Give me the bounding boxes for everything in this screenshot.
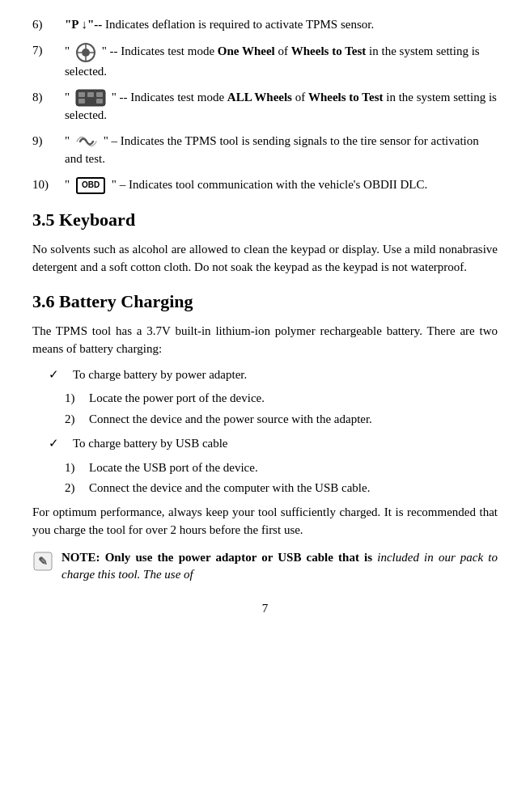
sub-item-2-2: 2) Connect the device and the computer w… (65, 480, 498, 497)
list-item-9: 9) " " – Indicates the TPMS tool is send… (32, 133, 498, 168)
list-item-6: 6) "P ↓"-- Indicates deflation is requir… (32, 16, 498, 34)
checklist-item-2: ✓ To charge battery by USB cable (49, 435, 498, 453)
item-number-9: 9) (32, 133, 65, 150)
quote-open-8: " (65, 91, 70, 104)
list-item-10: 10) " OBD " – Indicates tool communicati… (32, 176, 498, 194)
checklist-item-1: ✓ To charge battery by power adapter. (49, 366, 498, 384)
p-down-label: "P ↓"-- (65, 18, 102, 31)
sub-list-2: 1) Locate the USB port of the device. 2)… (65, 459, 498, 498)
sub-text-1-1: Locate the power port of the device. (89, 390, 265, 408)
item-7-of: of (278, 44, 291, 57)
item-10-text: – Indicates tool communication with the … (120, 178, 428, 191)
sub-number-2-2: 2) (65, 480, 89, 497)
sub-number-2-1: 1) (65, 459, 89, 477)
list-item-7: 7) " " -- Indicates test mode One Wheel … (32, 42, 498, 81)
sub-item-2-1: 1) Locate the USB port of the device. (65, 459, 498, 477)
section-35-heading: 3.5 Keyboard (32, 207, 498, 233)
item-content-8: " " -- Indicates test mode ALL Wheels of… (65, 89, 498, 125)
sub-text-2-2: Connect the device and the computer with… (89, 480, 370, 497)
optimum-paragraph: For optimum performance, always keep you… (32, 504, 498, 539)
all-wheels-icon (75, 89, 106, 107)
item-9-text: – Indicates the TPMS tool is sending sig… (65, 134, 479, 166)
section-36-heading: 3.6 Battery Charging (32, 289, 498, 315)
sub-number-1-2: 2) (65, 411, 89, 429)
section-36-intro: The TPMS tool has a 3.7V built-in lithiu… (32, 323, 498, 358)
svg-rect-8 (87, 92, 94, 97)
quote-close-10: " (112, 178, 117, 191)
charge-method-1: ✓ To charge battery by power adapter. 1)… (49, 366, 498, 429)
quote-close-9: " (104, 134, 108, 147)
checkmark-icon-2: ✓ (49, 435, 73, 453)
checklist-label-2: To charge battery by USB cable (73, 435, 228, 453)
page-number: 7 (32, 600, 498, 618)
item-8-of: of (295, 91, 308, 104)
checklist-label-1: To charge battery by power adapter. (73, 366, 247, 384)
svg-rect-9 (96, 92, 103, 97)
svg-rect-7 (78, 92, 85, 97)
quote-close-8: " (112, 91, 117, 104)
item-number-6: 6) (32, 16, 65, 34)
item-number-7: 7) (32, 42, 65, 60)
sub-text-1-2: Connect the device and the power source … (89, 411, 372, 429)
sub-item-1-1: 1) Locate the power port of the device. (65, 390, 498, 408)
quote-open-9: " (65, 134, 70, 147)
sub-number-1-1: 1) (65, 390, 89, 408)
sub-list-1: 1) Locate the power port of the device. … (65, 390, 498, 429)
item-7-bold2: Wheels to Test (291, 44, 367, 57)
item-number-10: 10) (32, 176, 65, 194)
item-content-7: " " -- Indicates test mode One Wheel of … (65, 42, 498, 81)
item-8-bold2: Wheels to Test (308, 91, 384, 104)
item-7-bold1: One Wheel (218, 44, 275, 57)
sub-text-2-1: Locate the USB port of the device. (89, 459, 258, 477)
item-number-8: 8) (32, 89, 65, 107)
obd-icon: OBD (75, 177, 106, 194)
svg-text:✎: ✎ (38, 556, 48, 568)
item-content-9: " " – Indicates the TPMS tool is sending… (65, 133, 498, 168)
item-content-6: "P ↓"-- Indicates deflation is required … (65, 16, 498, 34)
sub-item-1-2: 2) Connect the device and the power sour… (65, 411, 498, 429)
one-wheel-icon (75, 42, 96, 63)
item-8-connector: -- Indicates test mode (120, 91, 227, 104)
quote-open-7: " (65, 44, 70, 57)
note-icon: ✎ (32, 549, 61, 577)
checkmark-icon-1: ✓ (49, 366, 73, 384)
item-6-text: Indicates deflation is required to activ… (105, 18, 374, 31)
quote-close-7: " (102, 44, 107, 57)
section-35-paragraph: No solvents such as alcohol are allowed … (32, 241, 498, 277)
quote-open-10: " (65, 178, 70, 191)
svg-rect-11 (96, 99, 103, 104)
wave-signal-icon (75, 133, 98, 150)
svg-rect-10 (78, 99, 85, 104)
item-8-bold1: ALL Wheels (227, 91, 292, 104)
item-content-10: " OBD " – Indicates tool communication w… (65, 176, 498, 194)
charge-method-2: ✓ To charge battery by USB cable 1) Loca… (49, 435, 498, 497)
note-text-content: NOTE: Only use the power adaptor or USB … (61, 549, 498, 585)
svg-point-1 (82, 49, 90, 57)
list-item-8: 8) " " -- Indicates test mode ALL Wheels… (32, 89, 498, 125)
item-7-connector: -- Indicates test mode (110, 44, 218, 57)
note-label: NOTE: Only use the power adaptor or USB … (61, 551, 372, 564)
note-block: ✎ NOTE: Only use the power adaptor or US… (32, 549, 498, 585)
